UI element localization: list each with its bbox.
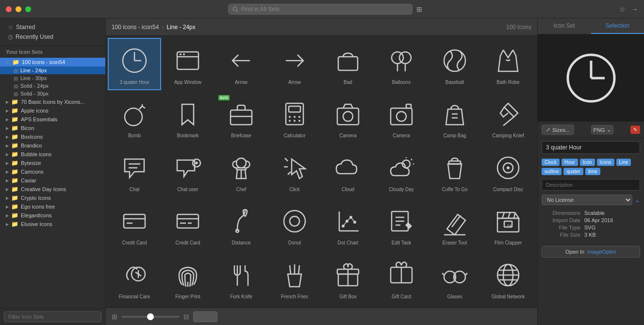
close-button[interactable] (6, 6, 12, 12)
icon-cell-empty4[interactable] (535, 198, 537, 251)
icon-cell-empty3[interactable] (535, 145, 537, 197)
icon-cell-glasses[interactable]: Glases (428, 252, 481, 305)
icon-cell-frenchfries[interactable]: French Fries (268, 252, 321, 305)
icon-cell-forkknife[interactable]: Fork Knife (215, 252, 268, 305)
icon-cell-calculator[interactable]: Calculator (268, 91, 321, 144)
sidebar-folder-100icons[interactable]: ▼ 📁 100 icons - icon54 (0, 58, 105, 66)
icon-cell-click[interactable]: Click (268, 145, 321, 197)
sidebar-folder-bubble[interactable]: ▶ 📁 Bubble icons (0, 150, 105, 159)
icon-cell-cloudyday[interactable]: Cloudy Day (375, 145, 428, 197)
icon-cell-compactdisc[interactable]: Compact Disc (481, 145, 535, 197)
icon-label: Gift Card (392, 294, 411, 300)
icon-cell-giftbox[interactable]: Gift Box (321, 252, 375, 305)
icon-cell-empty2[interactable] (535, 91, 537, 144)
sidebar-folder-70basic[interactable]: ▶ 📁 70 Basic Icons by Xicons... (0, 98, 105, 106)
sidebar-folder-elegant[interactable]: ▶ 📁 ElegantIcons (0, 211, 105, 220)
icon-cell-briefcase[interactable]: SVG Briefcase (215, 91, 268, 144)
icon-cell-coffeetogo[interactable]: Coffe To Go (428, 145, 481, 197)
icon-cell-cloud[interactable]: Cloud (321, 145, 375, 197)
icon-cell-chat[interactable]: Chat (108, 145, 161, 197)
icon-cell-balloons[interactable]: Balloons (375, 38, 428, 90)
icon-cell-bomb[interactable]: Bomb (108, 91, 161, 144)
filter-input[interactable] (4, 311, 101, 322)
icon-label: Gift Box (339, 294, 357, 300)
icon-label: Compact Disc (493, 187, 523, 193)
sidebar-item-recently-used[interactable]: ◷ Recently Used (2, 32, 103, 42)
sidebar-child-solid24[interactable]: ▤ Solid - 24px (0, 82, 105, 90)
icon-cell-campbag[interactable]: Camp Bag (428, 91, 481, 144)
filter-icon[interactable]: ⊞ (416, 5, 422, 13)
icon-label: Global Network (492, 294, 525, 300)
minimize-button[interactable] (16, 6, 21, 12)
icon-cell-arrow-left[interactable]: Arrow (215, 38, 268, 90)
icon-cell-erasertool[interactable]: Eraser Tool (428, 198, 481, 251)
svg-line-83 (508, 212, 510, 218)
icon-cell-creditcard2[interactable]: Credit Card (161, 198, 215, 251)
size-input[interactable]: 60pt (193, 311, 217, 322)
tab-selection[interactable]: Selection (591, 18, 644, 34)
icon-cell-donut[interactable]: Donut (268, 198, 321, 251)
icon-cell-arrow-right[interactable]: Arrow (268, 38, 321, 90)
icon-cell-bad[interactable]: Bad (321, 38, 375, 90)
sidebar-folder-bicon[interactable]: ▶ 📁 Bicon (0, 124, 105, 132)
icon-cell-creditcard1[interactable]: Credit Card (108, 198, 161, 251)
sidebar-recently-label: Recently Used (16, 33, 53, 40)
icon-preview-erasertool (438, 204, 472, 238)
format-select[interactable]: PNG ⌄ (591, 125, 614, 134)
description-input[interactable] (542, 179, 640, 191)
icon-cell-filmclapper[interactable]: 54 Film Clapper (481, 198, 535, 251)
icon-cell-distance[interactable]: Distance (215, 198, 268, 251)
sidebar-folder-aps[interactable]: ▶ 📁 APS Essentials (0, 115, 105, 124)
sidebar-folder-crypto[interactable]: ▶ 📁 Crypto Icons (0, 194, 105, 202)
doc-icon: ▤ (14, 91, 18, 97)
sidebar-folder-brandico[interactable]: ▶ 📁 Brandico (0, 141, 105, 150)
sidebar-child-line24[interactable]: ▤ Line - 24px (0, 66, 105, 74)
sidebar-item-starred[interactable]: ☆ Starred (2, 22, 103, 32)
license-select[interactable]: No License (542, 195, 632, 205)
sidebar-folder-ego[interactable]: ▶ 📁 Ego icons free (0, 202, 105, 211)
open-in-button[interactable]: Open In ImageOptim (542, 246, 640, 258)
icon-cell-baseball[interactable]: Baseball (428, 38, 481, 90)
grid-large-icon[interactable]: ⊟ (183, 313, 189, 321)
icon-cell-fingerprint[interactable]: Finger Print (161, 252, 215, 305)
icon-cell-financialcare[interactable]: Financial Care (108, 252, 161, 305)
fullscreen-button[interactable] (25, 6, 31, 12)
sidebar-folder-creativeday[interactable]: ▶ 📁 Creative Day Icons (0, 185, 105, 194)
tab-iconset[interactable]: Icon Set (538, 18, 591, 34)
slider-thumb[interactable] (147, 313, 154, 320)
search-bar[interactable]: Find in All Sets (228, 4, 413, 15)
sidebar-child-line30[interactable]: ▤ Line - 30px (0, 74, 105, 82)
icon-cell-3quaterhour[interactable]: 3 quater Hour (108, 38, 161, 90)
icon-cell-giftcard[interactable]: Gift Card (375, 252, 428, 305)
share-icon[interactable]: → (631, 5, 638, 13)
icon-cell-appwindow[interactable]: App Window (161, 38, 215, 90)
grid-small-icon[interactable]: ⊞ (112, 313, 117, 321)
icon-cell-chef[interactable]: Chef (215, 145, 268, 197)
icon-cell-bathrobe[interactable]: Bath Robe (481, 38, 535, 90)
icon-cell-empty5[interactable] (535, 252, 537, 305)
icon-cell-globalnetwork[interactable]: Global Network (481, 252, 535, 305)
size-slider[interactable] (121, 316, 180, 318)
icon-cell-empty1[interactable] (535, 38, 537, 90)
svg-line-91 (290, 265, 291, 274)
license-row: No License ⌄ (542, 195, 640, 205)
icon-cell-camera2[interactable]: Camera (375, 91, 428, 144)
icon-cell-bookmark[interactable]: Bookmark (161, 91, 215, 144)
sidebar-folder-camcons[interactable]: ▶ 📁 Camcons (0, 167, 105, 176)
icon-preview-giftcard (384, 258, 418, 292)
sidebar-folder-caviar[interactable]: ▶ 📁 Caviar (0, 176, 105, 185)
icon-cell-dotchart[interactable]: Dot Chart (321, 198, 375, 251)
icon-cell-camera1[interactable]: Camera (321, 91, 375, 144)
sidebar-folder-bytesize[interactable]: ▶ 📁 Bytesize (0, 159, 105, 167)
icon-cell-chatuser[interactable]: Chat user (161, 145, 215, 197)
sidebar-folder-boxicons[interactable]: ▶ 📁 BoxIcons (0, 132, 105, 141)
sidebar-folder-apple[interactable]: ▶ 📁 Apple icons (0, 106, 105, 115)
star-icon[interactable]: ☆ (619, 5, 626, 13)
sizes-button[interactable]: ⤢ PNG Sizes... (542, 125, 574, 135)
icon-cell-campingknife[interactable]: Camping Knief (481, 91, 535, 144)
icon-cell-edittask[interactable]: Edit Task (375, 198, 428, 251)
sidebar-folder-elusive[interactable]: ▶ 📁 Elusive Icons (0, 220, 105, 228)
sidebar-child-solid30[interactable]: ▤ Solid - 30px (0, 90, 105, 98)
edit-icon-button[interactable]: ✎ (630, 126, 640, 134)
svg-point-32 (343, 112, 353, 121)
